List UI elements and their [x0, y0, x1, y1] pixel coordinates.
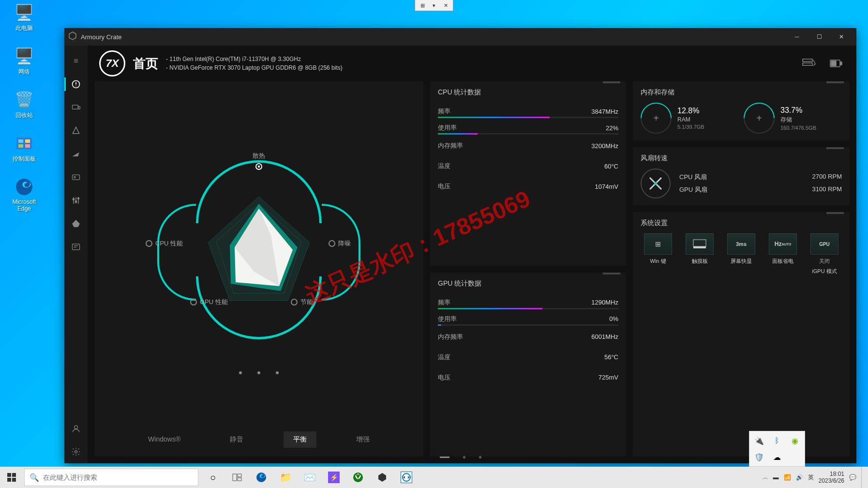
sidebar-item-content[interactable]: [64, 166, 88, 189]
sidebar-item-home[interactable]: [64, 73, 88, 96]
taskbar-explorer[interactable]: 📁: [275, 467, 296, 488]
system-settings-panel: 系统设置 ⊞Win 键 触摸板 3ms屏幕快显 HzAUTO面板省电 GPU关闭…: [633, 212, 850, 457]
storage-expand-button[interactable]: +: [744, 103, 775, 134]
show-desktop-button[interactable]: [861, 467, 864, 488]
radar-label-cpu-perf[interactable]: CPU 性能: [146, 239, 183, 248]
header-battery-icon[interactable]: [827, 55, 845, 72]
fan-icon: [641, 168, 671, 198]
network-icon: 🖥️: [14, 46, 34, 66]
desktop-icon-recycle-bin[interactable]: 🗑️回收站: [5, 90, 44, 120]
armoury-crate-window: Armoury Crate ─ ☐ ✕ ≡ 7X 首页: [64, 28, 856, 463]
snip-close-icon[interactable]: ✕: [441, 1, 450, 10]
desktop-icon-edge[interactable]: Microsoft Edge: [5, 177, 44, 212]
mode-tab-silent[interactable]: 静音: [220, 431, 253, 448]
tray-item-bluetooth[interactable]: ᛒ: [770, 434, 784, 447]
svg-rect-34: [12, 478, 16, 482]
svg-rect-29: [693, 240, 706, 246]
search-input[interactable]: [43, 473, 193, 481]
sidebar-item-deals[interactable]: [64, 212, 88, 235]
sidebar-item-device[interactable]: [64, 96, 88, 119]
snip-grid-icon[interactable]: ⊞: [418, 1, 427, 10]
tray-volume-icon[interactable]: 🔊: [796, 474, 803, 481]
taskbar-edge[interactable]: [251, 467, 272, 488]
svg-rect-36: [238, 474, 241, 477]
desktop-icon-this-pc[interactable]: 🖥️此电脑: [5, 2, 44, 32]
sys-item-panel-power[interactable]: HzAUTO面板省电: [765, 233, 800, 275]
desktop-icon-control-panel[interactable]: 控制面板: [5, 133, 44, 163]
sys-item-winkey[interactable]: ⊞Win 键: [641, 233, 675, 275]
svg-rect-3: [18, 144, 23, 148]
tray-chevron-up-icon[interactable]: ︿: [763, 473, 768, 482]
svg-point-12: [73, 198, 74, 200]
system-tray-popup: 🔌 ᛒ ◉ 🛡️ ☁: [749, 431, 805, 467]
taskbar-app-purple[interactable]: ⚡: [323, 467, 344, 488]
system-specs: 11th Gen Intel(R) Core(TM) i7-11370H @ 3…: [166, 55, 343, 72]
tray-item-onedrive[interactable]: ☁: [770, 451, 784, 463]
fan-speed-panel: 风扇转速 CPU 风扇2700 RPM GPU 风扇3100 RPM: [633, 147, 850, 205]
app-icon: [68, 31, 77, 42]
svg-point-11: [74, 176, 75, 178]
radar-label-noise[interactable]: 降噪: [329, 239, 351, 248]
svg-marker-40: [378, 473, 386, 482]
taskbar-xbox[interactable]: [347, 467, 369, 488]
tray-ime[interactable]: 英: [808, 473, 814, 482]
svg-marker-6: [69, 32, 76, 40]
sys-item-touchpad[interactable]: 触摸板: [682, 233, 717, 275]
svg-point-17: [75, 451, 77, 453]
tray-battery-icon[interactable]: ▬: [773, 474, 779, 481]
sys-item-overlay[interactable]: 3ms屏幕快显: [724, 233, 759, 275]
sidebar-item-aura[interactable]: [64, 119, 88, 142]
performance-radar-panel: 散热 CPU 性能 降噪 GPU 性能 节能 Windows® 静音: [94, 81, 423, 457]
minimize-button[interactable]: ─: [786, 29, 808, 45]
start-button[interactable]: [0, 467, 23, 488]
page-title: 首页: [133, 55, 158, 72]
taskbar-mail[interactable]: ✉️: [299, 467, 320, 488]
cpu-spec: 11th Gen Intel(R) Core(TM) i7-11370H @ 3…: [166, 55, 343, 63]
tray-notifications-icon[interactable]: 💬: [849, 474, 856, 481]
taskbar-teamviewer[interactable]: [396, 467, 417, 488]
brand-logo: 7X: [99, 50, 125, 76]
svg-rect-2: [25, 139, 30, 143]
taskbar-search[interactable]: 🔍: [24, 469, 198, 486]
tray-item-usb[interactable]: 🔌: [752, 434, 766, 447]
ram-expand-button[interactable]: +: [641, 103, 672, 134]
titlebar[interactable]: Armoury Crate ─ ☐ ✕: [64, 28, 856, 46]
sidebar-item-news[interactable]: [64, 235, 88, 259]
sidebar-item-tuning[interactable]: [64, 189, 88, 212]
close-button[interactable]: ✕: [830, 29, 853, 45]
sys-item-igpu-mode[interactable]: GPU关闭iGPU 模式: [807, 233, 842, 275]
taskbar-cortana[interactable]: ○: [202, 467, 224, 488]
taskbar-taskview[interactable]: [226, 467, 248, 488]
taskbar-clock[interactable]: 18:01 2023/6/26: [819, 471, 844, 485]
sidebar-item-featured[interactable]: [64, 142, 88, 166]
mode-tab-balanced[interactable]: 平衡: [284, 431, 316, 448]
screenshot-toolbar: ⊞ ▾ ✕: [415, 0, 453, 11]
sidebar-menu-toggle[interactable]: ≡: [64, 49, 88, 73]
tray-item-nvidia[interactable]: ◉: [788, 434, 802, 447]
edge-icon: [14, 177, 34, 197]
maximize-button[interactable]: ☐: [808, 29, 830, 45]
desktop-icon-network[interactable]: 🖥️网络: [5, 46, 44, 76]
mode-tab-turbo[interactable]: 增强: [346, 431, 379, 448]
sidebar: ≡: [64, 46, 88, 463]
svg-rect-37: [238, 478, 241, 481]
radar-label-energy[interactable]: 节能: [291, 298, 313, 306]
tray-item-security[interactable]: 🛡️: [752, 451, 766, 463]
radar-label-cooling[interactable]: 散热: [253, 152, 265, 170]
svg-rect-9: [78, 107, 80, 109]
panel-title: 内存和存储: [641, 88, 842, 97]
radar-label-gpu-perf[interactable]: GPU 性能: [190, 298, 228, 306]
mode-tab-windows[interactable]: Windows®: [138, 431, 190, 448]
tray-wifi-icon[interactable]: 📶: [784, 474, 791, 481]
hz-icon: HzAUTO: [769, 233, 797, 255]
pc-icon: 🖥️: [14, 2, 34, 23]
sidebar-item-settings[interactable]: [64, 440, 88, 463]
desktop-icons: 🖥️此电脑 🖥️网络 🗑️回收站 控制面板 Microsoft Edge: [5, 2, 44, 226]
sidebar-item-user[interactable]: [64, 417, 88, 440]
windows-key-icon: ⊞: [644, 233, 672, 255]
snip-down-icon[interactable]: ▾: [430, 1, 438, 10]
taskbar-armoury-crate[interactable]: [372, 467, 393, 488]
app-title: Armoury Crate: [81, 33, 122, 41]
svg-rect-8: [73, 105, 78, 109]
header-list-icon[interactable]: [800, 55, 818, 72]
